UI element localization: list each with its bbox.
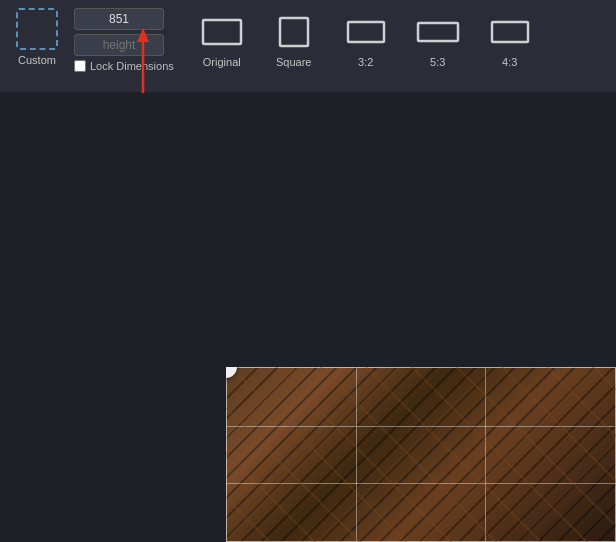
3-2-label: 3:2	[358, 56, 373, 68]
4-3-label: 4:3	[502, 56, 517, 68]
photo-background	[226, 367, 616, 542]
preset-square[interactable]: Square	[258, 8, 330, 72]
5-3-label: 5:3	[430, 56, 445, 68]
preset-original[interactable]: Original	[186, 8, 258, 72]
square-icon	[271, 14, 317, 50]
canvas-area	[0, 92, 616, 542]
preset-5-3[interactable]: 5:3	[402, 8, 474, 72]
5-3-shape	[415, 14, 461, 50]
3-2-shape	[343, 14, 389, 50]
canvas-dark-left	[0, 92, 220, 542]
preset-3-2[interactable]: 3:2	[330, 8, 402, 72]
custom-label: Custom	[18, 54, 56, 66]
5-3-icon	[415, 14, 461, 50]
width-input[interactable]	[74, 8, 164, 30]
preset-4-3[interactable]: 4:3	[474, 8, 546, 72]
crop-line-vertical-2	[485, 368, 486, 541]
crop-line-horizontal-2	[227, 483, 615, 484]
svg-rect-2	[203, 20, 241, 44]
svg-rect-3	[280, 18, 308, 46]
lock-dimensions-label[interactable]: Lock Dimensions	[74, 60, 174, 72]
lock-dimensions-checkbox[interactable]	[74, 60, 86, 72]
square-shape	[271, 14, 317, 50]
dimensions-panel: Lock Dimensions	[74, 8, 174, 72]
height-input[interactable]	[74, 34, 164, 56]
original-label: Original	[203, 56, 241, 68]
custom-box-icon	[16, 8, 58, 50]
lock-dimensions-text: Lock Dimensions	[90, 60, 174, 72]
crop-line-vertical-1	[356, 368, 357, 541]
original-shape	[199, 14, 245, 50]
original-icon	[199, 14, 245, 50]
square-label: Square	[276, 56, 311, 68]
crop-line-horizontal-1	[227, 426, 615, 427]
photo-container	[226, 367, 616, 542]
4-3-icon	[487, 14, 533, 50]
svg-rect-4	[348, 22, 384, 42]
preset-items: Original Square 3:2	[186, 8, 546, 72]
canvas-dark-top	[220, 92, 616, 362]
crop-overlay	[226, 367, 616, 542]
3-2-icon	[343, 14, 389, 50]
toolbar: Custom Lock Dimensions Original	[0, 0, 616, 92]
svg-rect-5	[418, 23, 458, 41]
4-3-shape	[487, 14, 533, 50]
svg-rect-6	[492, 22, 528, 42]
preset-custom[interactable]: Custom	[6, 8, 68, 66]
